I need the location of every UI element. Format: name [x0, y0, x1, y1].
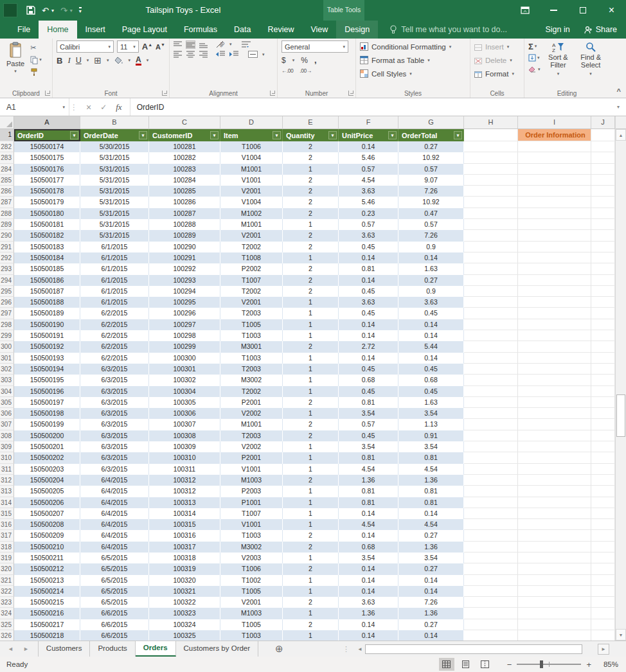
cell[interactable]: 0.14 [339, 508, 398, 519]
cell[interactable]: 150500177 [14, 175, 80, 186]
cell[interactable]: 1 [283, 319, 339, 330]
cell[interactable]: 100323 [149, 608, 220, 619]
cell[interactable]: 5/31/2015 [80, 230, 149, 241]
cell[interactable] [518, 353, 591, 364]
cell[interactable]: 150500179 [14, 197, 80, 208]
cell[interactable]: 1 [283, 586, 339, 597]
cell[interactable]: 5/31/2015 [80, 208, 149, 219]
cell[interactable]: 2 [283, 275, 339, 286]
cell[interactable]: 3.63 [339, 297, 398, 308]
cell[interactable] [464, 575, 518, 586]
cell[interactable]: 0.14 [339, 619, 398, 630]
cell[interactable] [518, 175, 591, 186]
cell[interactable]: 150500210 [14, 542, 80, 553]
cell[interactable]: 6/3/2015 [80, 464, 149, 475]
cell[interactable]: 150500188 [14, 297, 80, 308]
sort-filter-button[interactable]: AZ Sort & Filter ▾ [544, 40, 573, 88]
sheet-tab-customers-by-order[interactable]: Customers by Order [176, 641, 259, 657]
cell[interactable]: T2003 [220, 308, 283, 319]
cell[interactable]: 150500175 [14, 152, 80, 163]
cell[interactable]: 2 [283, 197, 339, 208]
cell[interactable]: 150500174 [14, 141, 80, 152]
cell[interactable]: 2 [283, 208, 339, 219]
cell[interactable]: P2002 [220, 263, 283, 274]
cell[interactable]: T1005 [220, 586, 283, 597]
vertical-scroll-thumb[interactable] [616, 394, 625, 437]
cell[interactable]: 0.14 [398, 508, 464, 519]
expand-formula-bar-icon[interactable]: ▾ [611, 98, 626, 116]
cell[interactable]: 150500207 [14, 508, 80, 519]
cell[interactable]: 150500191 [14, 330, 80, 341]
save-icon[interactable] [26, 6, 35, 15]
enter-check-icon[interactable]: ✓ [100, 103, 107, 112]
cell[interactable]: 2 [283, 530, 339, 541]
cell[interactable] [591, 319, 615, 330]
cell[interactable]: 2.72 [339, 341, 398, 352]
cell[interactable] [518, 475, 591, 486]
row-number[interactable]: 315 [0, 508, 14, 519]
column-header-F[interactable]: F [339, 116, 398, 129]
cell[interactable]: T1006 [220, 141, 283, 152]
cell[interactable]: 6/4/2015 [80, 486, 149, 497]
cell[interactable]: 5/30/2015 [80, 141, 149, 152]
cell[interactable]: 100301 [149, 364, 220, 375]
row-number[interactable]: 288 [0, 208, 14, 219]
cell[interactable]: 100318 [149, 553, 220, 563]
cell[interactable]: 0.14 [339, 563, 398, 574]
filter-dropdown-icon[interactable]: ▾ [388, 131, 397, 139]
cell[interactable] [591, 452, 615, 463]
cell[interactable] [518, 397, 591, 408]
italic-button[interactable]: I [67, 55, 70, 66]
cell[interactable]: 1 [283, 353, 339, 364]
cell[interactable] [518, 242, 591, 252]
cell[interactable]: T2002 [220, 242, 283, 252]
cell[interactable]: 6/3/2015 [80, 452, 149, 463]
header-cell-orderid[interactable]: OrderID▾ [14, 129, 80, 141]
cell[interactable]: 2 [283, 286, 339, 297]
cell[interactable]: M1003 [220, 608, 283, 619]
find-select-button[interactable]: Find & Select ▾ [576, 40, 605, 88]
cell[interactable]: 6/4/2015 [80, 519, 149, 530]
cell[interactable]: 6/2/2015 [80, 353, 149, 364]
cell[interactable]: T1003 [220, 353, 283, 364]
clipboard-dialog-launcher-icon[interactable] [45, 91, 50, 96]
grow-font-button[interactable]: A▲ [142, 42, 152, 51]
cell[interactable] [518, 219, 591, 230]
row-number[interactable]: 285 [0, 175, 14, 186]
align-middle-button[interactable] [186, 41, 195, 48]
row-number[interactable]: 282 [0, 141, 14, 152]
cell[interactable]: 1 [283, 486, 339, 497]
row-number[interactable]: 321 [0, 575, 14, 586]
cell[interactable]: 100320 [149, 575, 220, 586]
cell[interactable]: 100298 [149, 330, 220, 341]
cell[interactable] [518, 619, 591, 630]
cell[interactable]: 1 [283, 330, 339, 341]
cell[interactable] [464, 486, 518, 497]
cell[interactable]: 100302 [149, 375, 220, 385]
cell[interactable]: 0.14 [398, 586, 464, 597]
tab-review[interactable]: Review [259, 21, 302, 39]
cell[interactable]: 4.54 [398, 519, 464, 530]
cell[interactable] [518, 197, 591, 208]
cell[interactable]: 100308 [149, 430, 220, 441]
cell[interactable]: 3.54 [398, 441, 464, 452]
cell[interactable]: 100292 [149, 263, 220, 274]
format-as-table-button[interactable]: Format as Table ▾ [360, 54, 466, 66]
cell[interactable] [591, 208, 615, 219]
cell[interactable] [591, 397, 615, 408]
cell[interactable]: 100309 [149, 441, 220, 452]
cell[interactable]: T1002 [220, 575, 283, 586]
increase-decimal-button[interactable]: ←.00 [282, 67, 293, 74]
cell[interactable]: 0.57 [339, 219, 398, 230]
cell[interactable]: 0.14 [339, 319, 398, 330]
cell[interactable]: 6/4/2015 [80, 497, 149, 508]
cell[interactable]: V2003 [220, 553, 283, 563]
cell[interactable]: 100325 [149, 630, 220, 641]
row-number[interactable]: 296 [0, 297, 14, 308]
cell[interactable]: 1 [283, 630, 339, 641]
cell[interactable]: 2 [283, 597, 339, 608]
cell[interactable] [518, 497, 591, 508]
cell[interactable]: 1 [283, 375, 339, 385]
header-cell-ordertotal[interactable]: OrderTotal▾ [398, 129, 464, 141]
cell[interactable]: 100281 [149, 141, 220, 152]
